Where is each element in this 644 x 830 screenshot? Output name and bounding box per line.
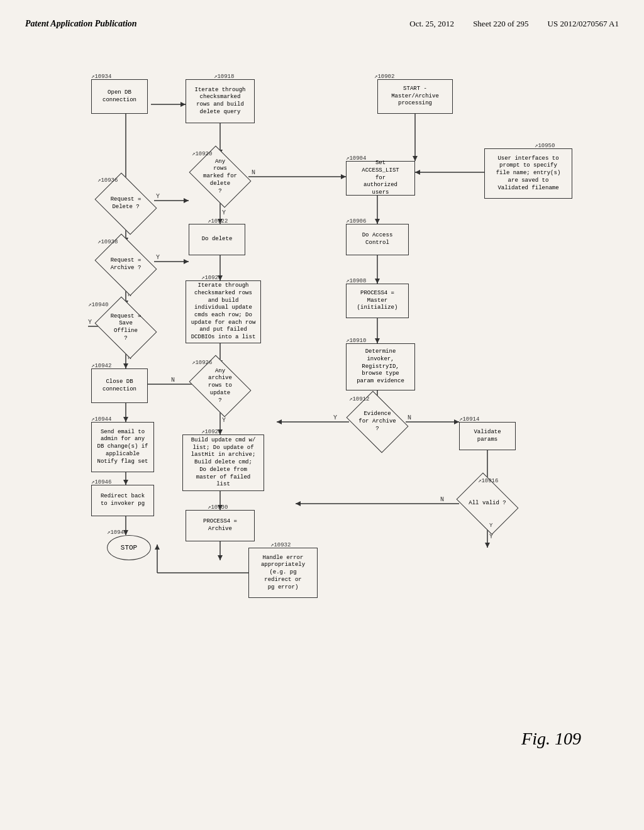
node-10920: Any rows marked for delete ? — [192, 155, 248, 199]
svg-marker-11 — [415, 170, 420, 175]
svg-marker-21 — [296, 501, 301, 506]
label-10908: ↗10908 — [346, 277, 366, 284]
node-10950: User interfaces to prompt to specify fil… — [484, 148, 572, 199]
label-10928: ↗10928 — [201, 428, 221, 435]
svg-marker-67 — [123, 363, 128, 368]
node-10948: STOP — [107, 535, 151, 560]
svg-marker-47 — [218, 555, 223, 560]
svg-text:N: N — [408, 414, 411, 421]
svg-marker-3 — [375, 219, 380, 224]
diagram-area: N Y N Y — [25, 45, 619, 768]
node-10944: Send email to admin for any DB change(s)… — [91, 422, 154, 472]
svg-marker-1 — [413, 156, 418, 161]
label-10912: ↗10912 — [349, 396, 369, 402]
label-10936: ↗10936 — [97, 177, 118, 184]
label-10950: ↗10950 — [535, 142, 555, 149]
label-10914: ↗10914 — [459, 416, 479, 423]
label-10924: ↗10924 — [201, 274, 221, 281]
node-10942: Close DB connection — [91, 368, 148, 403]
svg-marker-59 — [184, 259, 189, 264]
page-header: Patent Application Publication Oct. 25, … — [25, 13, 619, 32]
node-10922: Do delete — [189, 224, 245, 255]
y-label-10916: Y — [489, 523, 492, 529]
node-10936: Request = Delete ? — [97, 182, 154, 226]
node-10928: Build update cmd w/ list; Do update of l… — [182, 434, 264, 491]
svg-text:Y: Y — [333, 414, 337, 421]
patent-number: US 2012/0270567 A1 — [548, 19, 619, 29]
label-10932: ↗10932 — [270, 541, 291, 548]
label-10904: ↗10904 — [346, 155, 366, 162]
svg-marker-24 — [485, 543, 490, 548]
label-10916: ↗10916 — [478, 477, 498, 484]
svg-text:Y: Y — [156, 193, 160, 200]
page: Patent Application Publication Oct. 25, … — [0, 0, 644, 830]
svg-marker-32 — [341, 174, 346, 179]
label-10938: ↗10938 — [97, 238, 118, 245]
svg-text:Y: Y — [156, 254, 160, 261]
publication-date: Oct. 25, 2012 — [409, 19, 454, 29]
label-10906: ↗10906 — [346, 218, 366, 224]
publication-title: Patent Application Publication — [25, 19, 137, 29]
node-10912: Evidence for Archive ? — [349, 400, 406, 444]
svg-marker-72 — [123, 480, 128, 485]
node-10940: Request = Save Offline ? — [97, 306, 154, 350]
node-10908: PROCESS4 = Master (initialize) — [346, 284, 409, 318]
label-10944: ↗10944 — [91, 416, 111, 423]
header-info: Oct. 25, 2012 Sheet 220 of 295 US 2012/0… — [409, 19, 619, 29]
label-10922: ↗10922 — [208, 218, 228, 224]
label-10930: ↗10930 — [208, 504, 228, 511]
node-10926: Any archive rows to update ? — [192, 364, 248, 408]
svg-text:Y: Y — [222, 209, 226, 216]
svg-marker-7 — [375, 338, 380, 343]
svg-text:N: N — [440, 496, 444, 503]
node-10904: Set ACCESS_LIST for authorized users — [346, 161, 415, 196]
node-10918: Iterate through checksmarked rows and bu… — [186, 79, 255, 123]
label-10910: ↗10910 — [346, 337, 366, 344]
node-10934: Open DB connection — [91, 79, 148, 114]
label-10918: ↗10918 — [214, 73, 234, 80]
label-10920: ↗10920 — [192, 150, 212, 157]
label-10926: ↗10926 — [192, 359, 212, 366]
label-10948: ↗10948 — [107, 529, 127, 536]
svg-text:Y: Y — [88, 319, 92, 326]
svg-marker-16 — [277, 419, 282, 424]
label-10942: ↗10942 — [91, 362, 111, 369]
node-10924: Iterate through checksmarked rows and bu… — [186, 280, 261, 343]
node-10902: START - Master/Archive processing — [377, 79, 453, 114]
sheet-info: Sheet 220 of 295 — [473, 19, 528, 29]
label-10946: ↗10946 — [91, 479, 111, 485]
svg-marker-77 — [155, 545, 160, 550]
node-10932: Handle error appropriately (e.g. pg redi… — [248, 548, 318, 598]
figure-label: Fig. 109 — [521, 729, 581, 749]
node-10910: Determine invoker, RegistryID, browse ty… — [346, 343, 415, 390]
svg-marker-5 — [375, 279, 380, 284]
label-10940: ↗10940 — [88, 301, 108, 308]
node-10938: Request = Archive ? — [97, 243, 154, 287]
svg-marker-49 — [180, 102, 186, 107]
label-10934: ↗10934 — [91, 73, 111, 80]
svg-text:N: N — [171, 377, 175, 384]
svg-marker-70 — [123, 417, 128, 422]
node-10946: Redirect back to invoker pg — [91, 485, 154, 516]
node-10906: Do Access Control — [346, 224, 409, 255]
svg-text:Y: Y — [222, 417, 226, 424]
svg-text:N: N — [252, 169, 255, 176]
node-10916: All valid ? — [459, 482, 516, 526]
node-10914: Validate params — [459, 422, 516, 450]
label-10902: ↗10902 — [374, 73, 394, 80]
svg-marker-13 — [454, 419, 459, 424]
svg-marker-53 — [184, 198, 189, 203]
node-10930: PROCESS4 = Archive — [186, 510, 255, 541]
